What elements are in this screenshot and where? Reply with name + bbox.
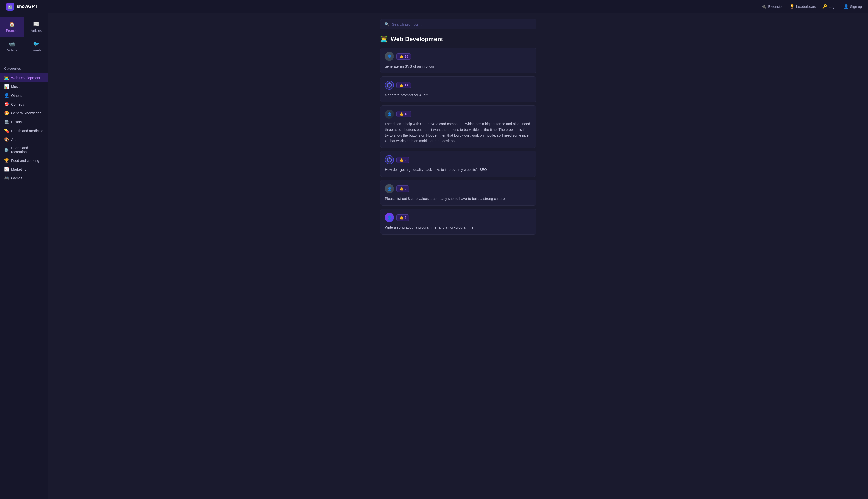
sidebar-item-art[interactable]: 🎨 Art [0, 135, 48, 144]
category-emoji: ⚙️ [4, 148, 9, 153]
articles-label: Articles [31, 29, 41, 33]
card-menu-button[interactable]: ⋮ [524, 156, 532, 163]
thumbs-up-icon: 👍 [399, 187, 403, 191]
sidebar-item-health-medicine[interactable]: 💊 Health and medicine [0, 126, 48, 135]
sidebar-item-games[interactable]: 🎮 Games [0, 174, 48, 182]
main-layout: 🏠 Prompts 📰 Articles 📹 Videos 🐦 Tweets C… [0, 13, 868, 499]
prompt-card: 👤 👍 9 ⋮ Please list out 8 core values a … [380, 180, 536, 206]
card-menu-button[interactable]: ⋮ [524, 82, 532, 89]
thumbs-up-icon: 👍 [399, 158, 403, 162]
sidebar-item-comedy[interactable]: 🎯 Comedy [0, 100, 48, 109]
thumbs-up-icon: 👍 [399, 112, 403, 116]
leaderboard-action[interactable]: 🏆 Leaderboard [790, 4, 816, 9]
thumbs-up-icon: 👍 [399, 55, 403, 59]
sidebar-item-web-development[interactable]: 👨‍💻 Web Development [0, 73, 48, 82]
prompts-label: Prompts [6, 29, 18, 33]
like-count: 18 [405, 112, 408, 116]
articles-icon: 📰 [33, 21, 39, 27]
category-emoji: 🎨 [4, 137, 9, 142]
category-label: Games [11, 176, 22, 180]
sidebar-item-food-cooking[interactable]: 🏆 Food and cooking [0, 156, 48, 165]
category-emoji: 🎮 [4, 176, 9, 181]
sidebar-item-music[interactable]: 📊 Music [0, 82, 48, 91]
prompt-text: Generate prompts for AI art [385, 92, 532, 98]
categories-list: 👨‍💻 Web Development 📊 Music 👤 Others 🎯 C… [0, 73, 48, 182]
sidebar: 🏠 Prompts 📰 Articles 📹 Videos 🐦 Tweets C… [0, 13, 48, 499]
card-menu-button[interactable]: ⋮ [524, 111, 532, 118]
app-logo[interactable]: 🤖 showGPT [6, 2, 38, 11]
category-label: Comedy [11, 102, 24, 106]
like-badge[interactable]: 👍 18 [396, 111, 411, 117]
sidebar-item-tweets[interactable]: 🐦 Tweets [24, 37, 48, 56]
topnav: 🤖 showGPT 🔌 Extension 🏆 Leaderboard 🔑 Lo… [0, 0, 868, 13]
prompt-text: I need some help with UI. I have a card … [385, 121, 532, 144]
category-emoji: 🏆 [4, 158, 9, 163]
card-menu-button[interactable]: ⋮ [524, 214, 532, 221]
search-input[interactable] [392, 22, 532, 26]
avatar: 👤 [385, 110, 394, 119]
prompt-card: 👤 👍 29 ⋮ generate an SVG of an info icon [380, 48, 536, 73]
section-emoji: 👨‍💻 [380, 36, 388, 42]
section-title-text: Web Development [391, 36, 443, 42]
leaderboard-icon: 🏆 [790, 4, 795, 9]
extension-icon: 🔌 [761, 4, 767, 9]
sidebar-item-general-knowledge[interactable]: 🤩 General knowledge [0, 109, 48, 118]
category-label: Sports and recreation [11, 146, 44, 154]
category-label: History [11, 120, 22, 124]
card-menu-button[interactable]: ⋮ [524, 185, 532, 192]
like-count: 9 [405, 158, 406, 162]
category-emoji: 💊 [4, 128, 9, 133]
like-badge[interactable]: 👍 9 [396, 185, 409, 192]
tweets-label: Tweets [31, 48, 41, 52]
category-emoji: 🏛️ [4, 120, 9, 124]
sidebar-item-others[interactable]: 👤 Others [0, 91, 48, 100]
leaderboard-label: Leaderboard [796, 4, 816, 9]
prompt-card: 👤 👍 18 ⋮ I need some help with UI. I hav… [380, 105, 536, 148]
card-header-left: 👤 👍 18 [385, 110, 411, 119]
signup-icon: 👤 [844, 4, 848, 9]
like-badge[interactable]: 👍 6 [396, 215, 409, 221]
videos-icon: 📹 [9, 41, 15, 47]
category-label: Art [11, 138, 16, 142]
card-header: 👍 9 ⋮ [385, 155, 532, 164]
card-menu-button[interactable]: ⋮ [524, 53, 532, 60]
prompts-list: 👤 👍 29 ⋮ generate an SVG of an info icon… [380, 48, 536, 235]
login-action[interactable]: 🔑 Login [822, 4, 837, 9]
like-badge[interactable]: 👍 19 [396, 82, 411, 88]
sidebar-item-history[interactable]: 🏛️ History [0, 118, 48, 126]
sidebar-item-prompts[interactable]: 🏠 Prompts [0, 17, 24, 37]
card-header: 👤 👍 29 ⋮ [385, 52, 532, 61]
extension-label: Extension [768, 4, 783, 9]
avatar [385, 81, 394, 90]
card-header: 👤 👍 9 ⋮ [385, 184, 532, 193]
avatar [385, 155, 394, 164]
sidebar-item-marketing[interactable]: 📈 Marketing [0, 165, 48, 174]
category-emoji: 👤 [4, 93, 9, 98]
signup-action[interactable]: 👤 Sign up [844, 4, 862, 9]
card-header-left: 👍 9 [385, 155, 409, 164]
like-badge[interactable]: 👍 9 [396, 157, 409, 163]
category-emoji: 🤩 [4, 111, 9, 115]
category-emoji: 📊 [4, 84, 9, 89]
prompt-text: generate an SVG of an info icon [385, 63, 532, 69]
thumbs-up-icon: 👍 [399, 216, 403, 219]
extension-action[interactable]: 🔌 Extension [761, 4, 783, 9]
category-label: Music [11, 85, 21, 89]
card-header: 👤 👍 6 ⋮ [385, 213, 532, 222]
category-emoji: 👨‍💻 [4, 75, 9, 80]
like-count: 19 [405, 83, 408, 87]
like-badge[interactable]: 👍 29 [396, 53, 411, 60]
sidebar-item-videos[interactable]: 📹 Videos [0, 37, 24, 56]
card-header-left: 👤 👍 29 [385, 52, 411, 61]
sidebar-item-sports-recreation[interactable]: ⚙️ Sports and recreation [0, 144, 48, 156]
search-icon: 🔍 [384, 22, 389, 27]
card-header-left: 👤 👍 6 [385, 213, 409, 222]
power-icon [387, 83, 392, 88]
sidebar-item-articles[interactable]: 📰 Articles [24, 17, 48, 37]
prompt-card: 👍 9 ⋮ How do I get high quality back lin… [380, 151, 536, 177]
power-icon [387, 157, 392, 162]
category-label: Web Development [11, 76, 40, 80]
like-count: 6 [405, 216, 406, 219]
logo-icon: 🤖 [6, 2, 14, 11]
prompt-card: 👍 19 ⋮ Generate prompts for AI art [380, 76, 536, 102]
